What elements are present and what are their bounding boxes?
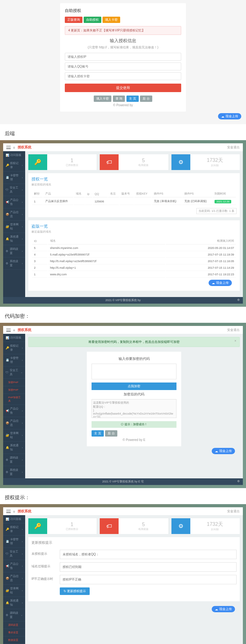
self-auth-button[interactable]: 自助授权 <box>84 17 101 23</box>
qq-input[interactable] <box>65 63 181 70</box>
gear-icon: ⚙ <box>6 250 8 253</box>
logout-link[interactable]: 安全退出 <box>227 145 240 150</box>
dashboard-icon: 📊 <box>6 336 9 339</box>
sidebar-item-product[interactable]: 📦产品信息› <box>3 572 25 585</box>
input-title: 输入你要加密的代码 <box>92 356 176 361</box>
breadcrumb-icon: ⌂ <box>13 146 15 149</box>
sidebar-item-announce[interactable]: 📢产品公告› <box>3 560 25 572</box>
sidebar-item-login[interactable]: 🔐登录网站› <box>3 429 25 442</box>
sidebar-item-auth[interactable]: 🔑授权记录› <box>3 342 25 354</box>
sidebar-item-notify[interactable]: 🔔系统通知› <box>3 442 25 454</box>
sidebar-item-source[interactable]: ⚙源码设置› <box>3 454 25 466</box>
footer-home-button[interactable]: 主 页 <box>126 96 139 102</box>
stat-card-auth: 🔑1已授权数目 <box>28 518 97 534</box>
sidebar-item-auth[interactable]: 🔑授权记录› <box>3 523 25 536</box>
chevron-icon: › <box>22 553 23 555</box>
footer-query-button[interactable]: 查 询 <box>113 96 125 102</box>
sidebar-item-dashboard[interactable]: 📊访问面板 <box>3 334 25 342</box>
gear-icon[interactable]: ⚙ <box>237 298 240 301</box>
sidebar-item-login[interactable]: 🔐登录网站› <box>3 221 25 233</box>
table-row[interactable]: 1www.dnj.com2017-07-11 19:22:23 <box>32 272 236 278</box>
sidebar-item-notify[interactable]: 🔔系统通知› <box>3 233 25 245</box>
upload-badge[interactable]: 现金上传 <box>212 448 235 454</box>
sidebar-item-announce[interactable]: 📢产品公告› <box>3 405 25 417</box>
logout-link[interactable]: 安全退出 <box>227 328 240 332</box>
sidebar-item-dashboard[interactable]: 📊访问面板 <box>3 151 25 159</box>
powered-by: © Powered by <box>65 103 181 107</box>
chevron-icon: › <box>22 164 23 167</box>
update-button[interactable]: 更新授权提示 <box>60 587 90 595</box>
chevron-icon: › <box>22 262 23 265</box>
close-icon[interactable]: × <box>234 339 236 343</box>
table-row[interactable]: 1产品展示反查插件125606无效 (单项未挂机)无效 (已码单调报)2021-… <box>32 198 236 205</box>
ip-tip-input[interactable] <box>60 575 237 584</box>
encrypt-button[interactable]: 点我加密 <box>92 383 176 390</box>
table-row[interactable]: 3http://5.mall.xiplay+a15e9f53899072f201… <box>32 258 236 264</box>
sidebar-item-card[interactable]: 📇卡密管理› <box>3 172 25 184</box>
sidebar-sub-encrypt2[interactable]: 加密PHP <box>3 386 25 394</box>
bell-icon: 🔔 <box>6 446 9 449</box>
sidebar-item-source[interactable]: ⚙源码设置› <box>3 245 25 257</box>
expired-tip-input[interactable] <box>60 562 237 572</box>
chevron-down-icon: ⌄ <box>21 614 23 616</box>
sidebar-item-security[interactable]: 🛡安全工具› <box>3 184 25 196</box>
sidebar-item-product[interactable]: 📦产品信息› <box>3 417 25 429</box>
upload-badge[interactable]: 现金上传 <box>212 606 235 612</box>
sidebar-item-login[interactable]: 🔐登录网站› <box>3 585 25 597</box>
sidebar-sub-source[interactable]: 源码设置 <box>3 621 25 629</box>
sidebar-item-auth[interactable]: 🔑授权记录› <box>3 159 25 172</box>
upload-badge[interactable]: 现金上传 <box>209 280 232 286</box>
sidebar-item-card[interactable]: 📇卡密管理› <box>3 354 25 366</box>
stat-card-days: ⚙1732天距到期 <box>171 154 240 170</box>
sidebar-item-system[interactable]: ⚙系统设置› <box>3 466 25 478</box>
sidebar-item-system[interactable]: ⚙系统设置› <box>3 257 25 270</box>
hamburger-icon[interactable] <box>6 510 11 513</box>
sidebar-item-dashboard[interactable]: 📊访问面板 <box>3 515 25 523</box>
sidebar-item-product[interactable]: 📦产品信息› <box>3 208 25 221</box>
sidebar-sub-price[interactable]: 售价设置 <box>3 629 25 636</box>
home-button[interactable]: 主 页 <box>92 430 104 437</box>
sidebar-item-card[interactable]: 📇卡密管理› <box>3 536 25 548</box>
sidebar-item-security[interactable]: 🛡安全工具⌄ <box>3 366 25 379</box>
card-button[interactable]: 填入卡密 <box>103 17 120 23</box>
code-output[interactable]: 这是配合VIP引擎授权使用的 配置QQ： } echo(gzinflate(ba… <box>92 399 176 418</box>
brand-text: 授权系统 <box>18 328 31 332</box>
logout-link[interactable]: 安全退出 <box>227 509 240 514</box>
chevron-icon: › <box>22 577 23 580</box>
announce-icon: 📢 <box>6 564 9 568</box>
sidebar-sub-tool[interactable]: PHP加密工具 <box>3 394 25 405</box>
sidebar-item-announce[interactable]: 📢产品公告› <box>3 196 25 208</box>
upload-badge[interactable]: 现金上传 <box>218 113 241 119</box>
card-input[interactable] <box>65 72 181 80</box>
chevron-icon: › <box>22 410 23 412</box>
admin-button[interactable]: 后 台 <box>105 430 117 437</box>
sidebar-item-security[interactable]: 🛡安全工具› <box>3 548 25 560</box>
table-row[interactable]: 45.mall.xiplay+a15e9f53899072f2017-07-15… <box>32 252 236 258</box>
code-input[interactable] <box>92 364 176 379</box>
table-header: ID域名检测展入时间 <box>32 238 236 245</box>
panel-title: 更新授权提示 <box>31 540 237 545</box>
unauth-tip-input[interactable] <box>60 550 237 559</box>
table-row[interactable]: 2http://5.mall.xiplay+12017-07-15 11:14:… <box>32 265 236 271</box>
key-icon: 🔑 <box>6 346 9 350</box>
topbar: ⌂ 授权系统 安全退出 <box>3 143 243 151</box>
chevron-icon: › <box>22 459 23 461</box>
sidebar: 📊访问面板 🔑授权记录› 📇卡密管理› 🛡安全工具⌄ 加密PHP 加密PHP P… <box>3 334 25 478</box>
hamburger-icon[interactable] <box>6 328 11 332</box>
table-row[interactable]: 5shenshi.myanime.com2020-05-20 01:14:07 <box>32 245 236 251</box>
footer-admin-button[interactable]: 后 台 <box>140 96 152 102</box>
sidebar-sub-data[interactable]: 数据设置 <box>3 636 25 644</box>
chevron-icon: › <box>22 347 23 349</box>
hamburger-icon[interactable] <box>6 146 11 149</box>
sidebar-item-notify[interactable]: 🔔系统通知› <box>3 597 25 609</box>
query-button[interactable]: 正版查询 <box>65 17 82 23</box>
sidebar-sub-encrypt[interactable]: 加密PHP <box>3 379 25 386</box>
sidebar-item-source[interactable]: ⚙源码设置⌄ <box>3 609 25 621</box>
login-icon: 🔐 <box>6 225 9 228</box>
gear-icon[interactable]: ⚙ <box>237 480 240 483</box>
powered-by: © Powered by E <box>92 438 176 442</box>
chevron-icon: › <box>22 528 23 531</box>
ip-input[interactable] <box>65 53 181 61</box>
footer-card-button[interactable]: 填入卡密 <box>94 96 111 102</box>
submit-button[interactable]: 提交使用 <box>65 84 181 92</box>
